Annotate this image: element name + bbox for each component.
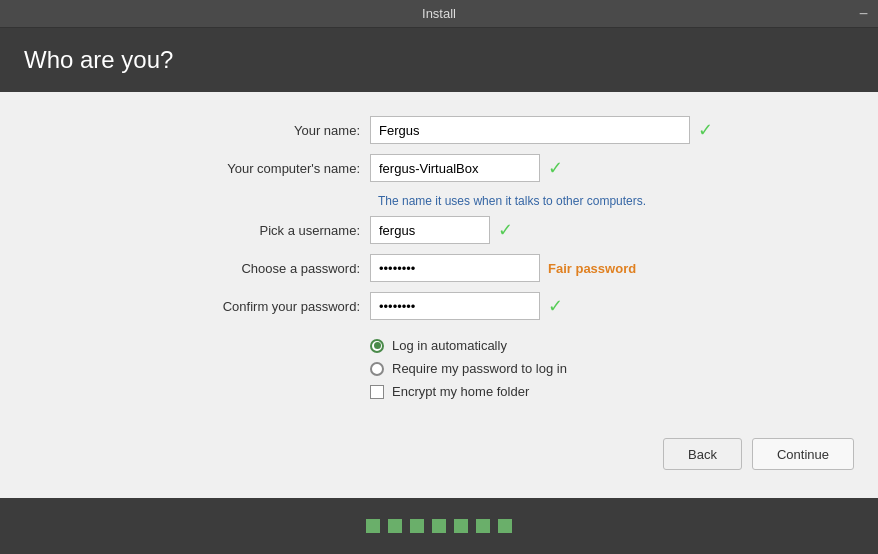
login-auto-row: Log in automatically (370, 338, 567, 353)
computer-name-hint-row: The name it uses when it talks to other … (370, 192, 646, 208)
username-row: Pick a username: ✓ (160, 216, 878, 244)
computer-name-input[interactable] (370, 154, 540, 182)
computer-name-check-icon: ✓ (548, 157, 563, 179)
encrypt-label[interactable]: Encrypt my home folder (392, 384, 529, 399)
computer-name-label: Your computer's name: (160, 161, 370, 176)
progress-dot-6 (476, 519, 490, 533)
login-options: Log in automatically Require my password… (370, 338, 567, 399)
password-label: Choose a password: (160, 261, 370, 276)
login-auto-label[interactable]: Log in automatically (392, 338, 507, 353)
confirm-password-row: Confirm your password: ✓ (160, 292, 878, 320)
title-bar: Install − (0, 0, 878, 28)
your-name-row: Your name: ✓ (160, 116, 878, 144)
login-password-row: Require my password to log in (370, 361, 567, 376)
progress-dot-5 (454, 519, 468, 533)
computer-name-hint: The name it uses when it talks to other … (378, 194, 646, 208)
form-area: Your name: ✓ Your computer's name: ✓ The… (0, 116, 878, 426)
header: Who are you? (0, 28, 878, 92)
progress-dot-2 (388, 519, 402, 533)
progress-dot-4 (432, 519, 446, 533)
password-row: Choose a password: Fair password (160, 254, 878, 282)
encrypt-checkbox[interactable] (370, 385, 384, 399)
password-strength-label: Fair password (548, 261, 636, 276)
progress-dot-1 (366, 519, 380, 533)
confirm-password-label: Confirm your password: (160, 299, 370, 314)
login-password-label[interactable]: Require my password to log in (392, 361, 567, 376)
close-button[interactable]: − (859, 6, 868, 22)
your-name-check-icon: ✓ (698, 119, 713, 141)
username-check-icon: ✓ (498, 219, 513, 241)
username-label: Pick a username: (160, 223, 370, 238)
page-title: Who are you? (24, 46, 173, 73)
computer-name-row: Your computer's name: ✓ (160, 154, 878, 182)
password-input[interactable] (370, 254, 540, 282)
progress-dot-7 (498, 519, 512, 533)
back-button[interactable]: Back (663, 438, 742, 470)
progress-dot-3 (410, 519, 424, 533)
button-row: Back Continue (0, 426, 878, 482)
encrypt-row: Encrypt my home folder (370, 384, 567, 399)
login-auto-radio[interactable] (370, 339, 384, 353)
footer (0, 498, 878, 554)
continue-button[interactable]: Continue (752, 438, 854, 470)
confirm-password-input[interactable] (370, 292, 540, 320)
your-name-label: Your name: (160, 123, 370, 138)
main-content: Your name: ✓ Your computer's name: ✓ The… (0, 92, 878, 498)
username-input[interactable] (370, 216, 490, 244)
window-title: Install (422, 6, 456, 21)
confirm-check-icon: ✓ (548, 295, 563, 317)
your-name-input[interactable] (370, 116, 690, 144)
login-password-radio[interactable] (370, 362, 384, 376)
